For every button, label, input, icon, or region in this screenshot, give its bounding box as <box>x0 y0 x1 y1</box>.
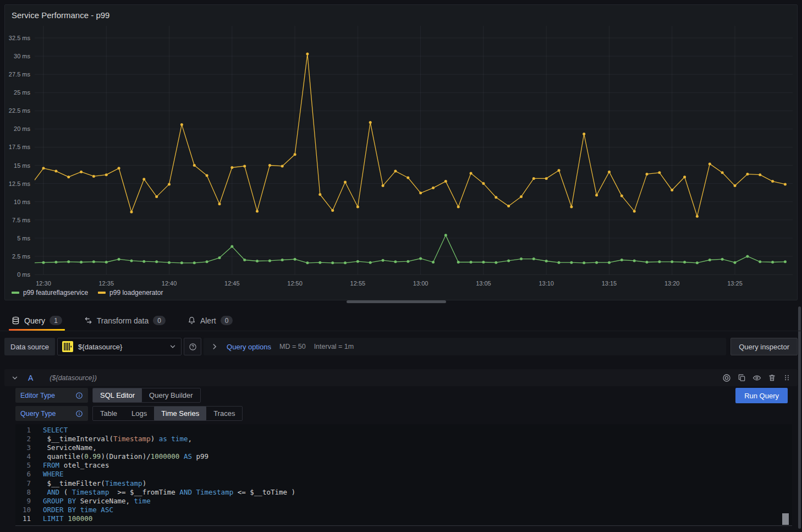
code-token: AND <box>179 488 192 496</box>
chart-axis-labels: 0 ms2.5 ms5 ms7.5 ms10 ms12.5 ms15 ms17.… <box>9 35 743 287</box>
svg-text:13:05: 13:05 <box>476 280 491 287</box>
code-text: AND ( Timestamp >= $__fromTime AND Times… <box>43 488 295 497</box>
svg-text:7.5 ms: 7.5 ms <box>12 217 31 223</box>
tab-label: Transform data <box>97 316 149 325</box>
query-type-option-table[interactable]: Table <box>93 407 124 420</box>
svg-text:12:50: 12:50 <box>287 280 303 287</box>
code-token: GROUP BY <box>43 497 76 505</box>
code-token: Timestamp <box>113 435 151 443</box>
line-number: 1 <box>15 426 43 435</box>
panel-editor-tabs: Query1Transform data0Alert0 <box>9 310 235 331</box>
legend-item-p99-loadgenerator[interactable]: p99 loadgenerator <box>98 289 163 297</box>
time-series-chart[interactable]: 0 ms2.5 ms5 ms7.5 ms10 ms12.5 ms15 ms17.… <box>5 5 798 301</box>
code-token: 1000000 <box>151 452 180 460</box>
svg-text:12:40: 12:40 <box>162 280 177 287</box>
query-type-switcher: TableLogsTime SeriesTraces <box>92 406 243 421</box>
tab-transform-data[interactable]: Transform data0 <box>81 310 168 331</box>
svg-text:20 ms: 20 ms <box>14 125 30 132</box>
editor-type-label: Editor Type <box>20 392 55 399</box>
code-token: quantile( <box>43 452 84 460</box>
svg-text:15 ms: 15 ms <box>14 162 30 169</box>
series-p99-featureflagservice <box>30 234 787 264</box>
datasource-picker[interactable]: ${datasource} <box>57 338 182 355</box>
svg-text:12.5 ms: 12.5 ms <box>9 180 31 187</box>
code-line: 3 ServiceName, <box>15 443 792 452</box>
copy-icon[interactable] <box>738 374 746 382</box>
code-token: ServiceName, <box>76 497 134 505</box>
code-token: >= $__fromTime <box>109 488 179 496</box>
code-line: 2 $__timeInterval(Timestamp) as time, <box>15 435 792 443</box>
vertical-scrollbar-thumb[interactable] <box>798 306 801 529</box>
editor-type-option-query-builder[interactable]: Query Builder <box>142 388 200 402</box>
angle-right-icon[interactable] <box>211 343 218 350</box>
code-token: SELECT <box>43 426 68 434</box>
line-number: 9 <box>15 497 43 506</box>
svg-text:10 ms: 10 ms <box>14 199 30 205</box>
code-text: $__timeFilter(Timestamp) <box>43 479 146 488</box>
legend-item-p99-featureflagservice[interactable]: p99 featureflagservice <box>12 289 88 297</box>
database-icon <box>12 316 20 325</box>
code-line: 11LIMIT 100000 <box>15 514 792 523</box>
line-number: 2 <box>15 435 43 443</box>
code-token: ( <box>59 488 72 496</box>
code-text: quantile(0.99)(Duration)/1000000 AS p99 <box>43 452 208 461</box>
drag-icon[interactable] <box>783 374 791 382</box>
code-token: )(Duration)/ <box>101 452 150 460</box>
sql-code-editor[interactable]: 1SELECT2 $__timeInterval(Timestamp) as t… <box>15 424 792 526</box>
transform-icon <box>84 316 92 325</box>
editor-scrollbar-thumb[interactable] <box>782 513 789 525</box>
editor-type-chip: Editor Type <box>15 388 88 403</box>
svg-text:12:30: 12:30 <box>36 280 51 287</box>
svg-text:2.5 ms: 2.5 ms <box>12 253 31 260</box>
info-circle-icon[interactable] <box>75 392 83 399</box>
tab-alert[interactable]: Alert0 <box>185 310 235 331</box>
code-text: LIMIT 100000 <box>43 514 92 523</box>
code-token: LIMIT <box>43 514 64 523</box>
code-line: 8 AND ( Timestamp >= $__fromTime AND Tim… <box>15 488 792 497</box>
query-toolbar: Data source ${datasource} Query options … <box>4 338 798 355</box>
query-type-option-logs[interactable]: Logs <box>124 407 154 420</box>
code-line: 7 $__timeFilter(Timestamp) <box>15 479 792 488</box>
svg-text:27.5 ms: 27.5 ms <box>9 71 31 78</box>
query-options-md: MD = 50 <box>279 343 306 350</box>
code-token: <= $__toTime ) <box>233 488 295 496</box>
query-row-header[interactable]: A (${datasource}) <box>4 369 798 386</box>
code-line: 9GROUP BY ServiceName, time <box>15 497 792 506</box>
line-number: 10 <box>15 506 43 514</box>
code-token: time <box>171 435 188 443</box>
query-type-row: Query Type TableLogsTime SeriesTraces <box>15 406 243 421</box>
code-text: SELECT <box>43 426 68 435</box>
query-inspector-button[interactable]: Query inspector <box>730 338 798 355</box>
svg-text:13:10: 13:10 <box>539 280 554 287</box>
tab-label: Alert <box>200 316 216 325</box>
eye-icon[interactable] <box>752 374 761 382</box>
query-type-option-traces[interactable]: Traces <box>206 407 242 420</box>
trash-icon[interactable] <box>768 374 776 382</box>
code-line: 1SELECT <box>15 426 792 435</box>
editor-type-option-sql-editor[interactable]: SQL Editor <box>93 388 142 402</box>
record-icon[interactable] <box>722 374 731 382</box>
code-token: time <box>134 497 151 505</box>
tab-count-badge: 1 <box>50 316 62 325</box>
datasource-help-button[interactable] <box>184 338 201 355</box>
svg-text:13:25: 13:25 <box>727 280 743 287</box>
svg-text:0 ms: 0 ms <box>17 271 30 278</box>
svg-text:22.5 ms: 22.5 ms <box>9 107 31 114</box>
question-circle-icon <box>189 343 197 351</box>
chevron-down-icon <box>169 343 177 350</box>
query-options-link[interactable]: Query options <box>227 343 271 351</box>
collapse-chevron-icon[interactable] <box>11 374 19 382</box>
code-text: ORDER BY time ASC <box>43 506 113 514</box>
run-query-button[interactable]: Run Query <box>735 388 788 403</box>
svg-text:25 ms: 25 ms <box>14 89 30 96</box>
code-text: $__timeInterval(Timestamp) as time, <box>43 435 192 443</box>
tab-query[interactable]: Query1 <box>9 310 65 331</box>
query-type-option-time-series[interactable]: Time Series <box>154 407 206 420</box>
info-circle-icon[interactable] <box>75 410 83 418</box>
svg-text:5 ms: 5 ms <box>17 235 30 242</box>
datasource-value: ${datasource} <box>78 343 164 351</box>
code-line: 10ORDER BY time ASC <box>15 506 792 514</box>
code-token: otel_traces <box>59 461 109 469</box>
code-token: p99 <box>192 452 208 460</box>
horizontal-scrollbar-thumb[interactable] <box>347 300 446 303</box>
